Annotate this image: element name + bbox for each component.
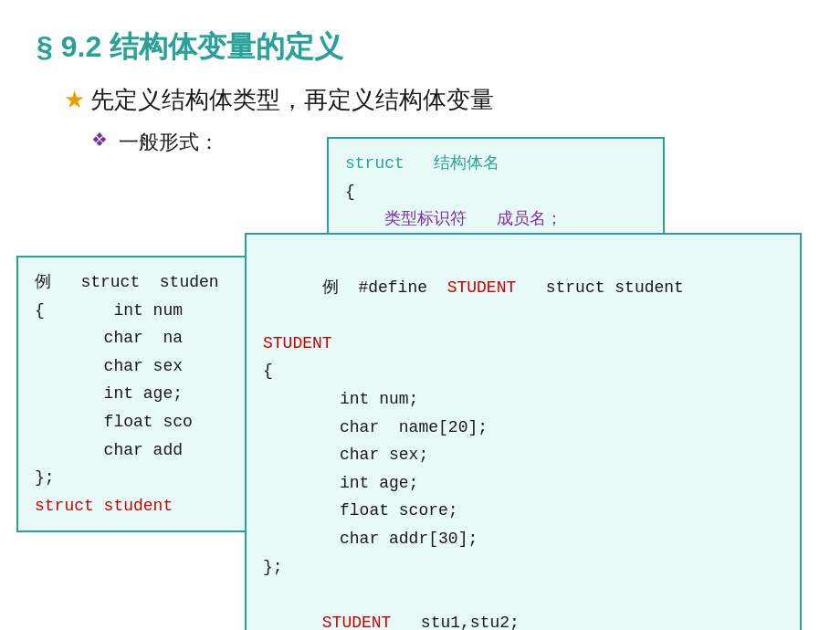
code-line: float sco: [35, 408, 263, 436]
code-line: char sex;: [263, 441, 783, 469]
code-line: struct 结构体名: [345, 150, 646, 178]
code-header: 例 #define STUDENT struct student: [263, 246, 783, 330]
code-line: STUDENT: [263, 330, 783, 358]
student-keyword: STUDENT: [447, 278, 517, 297]
code-line: 例 struct studen: [35, 268, 263, 297]
footer-student-label: STUDENT: [322, 614, 392, 630]
footer-vars: stu1,stu2;: [391, 614, 519, 630]
code-line: { int num: [35, 297, 263, 325]
box-left: 例 struct studen { int num char na char s…: [16, 256, 281, 532]
code-line: 类型标识符 成员名；: [345, 205, 646, 234]
code-line: {: [263, 357, 783, 385]
diamond-icon: ❖: [91, 129, 108, 151]
header-prefix: 例 #define: [322, 278, 447, 297]
section-title: § 9.2 结构体变量的定义: [37, 27, 803, 68]
section-symbol: § 9.2 结构体变量的定义: [37, 30, 343, 63]
star-icon: ★: [64, 86, 85, 113]
code-footer: STUDENT stu1,stu2;: [263, 581, 783, 630]
code-line: float score;: [263, 497, 783, 525]
subtitle-text: 先定义结构体类型，再定义结构体变量: [90, 86, 494, 113]
code-line: int age;: [263, 469, 783, 498]
code-line: char sex: [35, 352, 263, 381]
code-line: char addr[30];: [263, 525, 783, 553]
code-line: char na: [35, 324, 263, 352]
code-line: };: [35, 464, 263, 492]
box-main: 例 #define STUDENT struct student STUDENT…: [245, 233, 802, 630]
code-line: char add: [35, 436, 263, 465]
general-form-text: 一般形式：: [119, 129, 219, 156]
code-line: char name[20];: [263, 414, 783, 442]
code-line: int age;: [35, 380, 263, 408]
code-line: {: [345, 178, 646, 206]
code-line: struct student: [35, 492, 263, 520]
header-suffix: struct student: [516, 278, 684, 297]
code-line: };: [263, 553, 783, 582]
subtitle: ★先定义结构体类型，再定义结构体变量: [37, 84, 803, 116]
page: § 9.2 结构体变量的定义 ★先定义结构体类型，再定义结构体变量 ❖ 一般形式…: [0, 0, 840, 630]
code-line: int num;: [263, 385, 783, 414]
